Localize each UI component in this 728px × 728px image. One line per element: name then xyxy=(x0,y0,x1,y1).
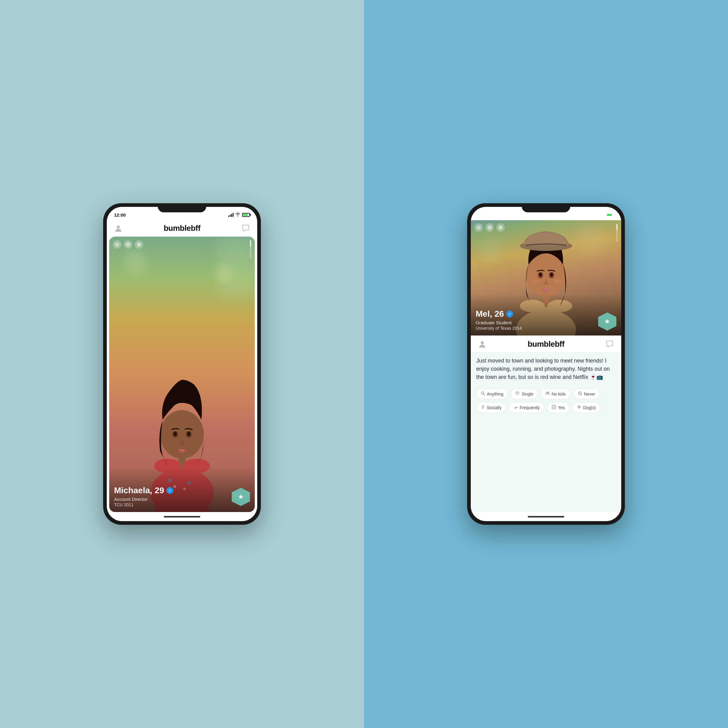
svg-point-30 xyxy=(531,278,539,284)
signal-bar-1 xyxy=(228,216,229,217)
signal-bars-left xyxy=(228,213,234,217)
scroll-thumb-right xyxy=(616,224,618,230)
svg-line-40 xyxy=(483,394,485,395)
detail-profile-job: Graduate Student xyxy=(476,320,616,325)
notch-right xyxy=(522,203,570,213)
profile-job-left: Account Director xyxy=(114,497,250,502)
lastfm-icon: fm xyxy=(113,240,121,249)
profile-photo-section-right: fm xyxy=(471,220,621,335)
star-button-right[interactable]: ★ xyxy=(598,312,616,330)
svg-line-44 xyxy=(579,392,581,395)
profile-edu-left: TCU 2011 xyxy=(114,502,250,507)
tag-label: Dog(s) xyxy=(583,405,596,410)
home-indicator-right xyxy=(528,516,564,517)
phone-inner-left: 12:00 xyxy=(107,207,257,521)
signal-bar-2 xyxy=(229,215,231,217)
profile-detail-right: fm xyxy=(471,220,621,512)
svg-point-48 xyxy=(578,406,580,408)
detail-verified-badge: ✓ xyxy=(506,310,513,317)
instagram-icon xyxy=(124,240,132,249)
signal-bars-right xyxy=(592,213,598,217)
tag-icon xyxy=(481,391,485,396)
hexagon-star-left: ★ xyxy=(232,488,250,506)
svg-point-31 xyxy=(554,278,561,284)
left-background: 12:00 xyxy=(0,0,364,728)
phone-right: 12:00 xyxy=(467,203,625,525)
tag-label: Never xyxy=(584,392,595,396)
battery-left xyxy=(242,213,250,217)
tag-label: Frequently xyxy=(520,405,540,410)
tag-icon xyxy=(578,391,582,396)
verified-badge-left: ✓ xyxy=(167,487,173,494)
svg-point-18 xyxy=(129,243,130,244)
detail-instagram-icon xyxy=(485,223,494,232)
star-button-left[interactable]: ★ xyxy=(232,488,250,506)
chat-icon-left[interactable] xyxy=(240,223,251,234)
profile-icon-left[interactable] xyxy=(113,223,124,234)
detail-spotify-icon xyxy=(496,223,505,232)
tag-chip: Dog(s) xyxy=(572,402,600,413)
battery-right: .battery::after{background:#111;} xyxy=(606,213,614,217)
signal-bar-r1 xyxy=(592,216,593,217)
profile-icon-right[interactable] xyxy=(477,338,488,349)
tag-chip: Anything xyxy=(476,388,508,399)
phone-left: 12:00 xyxy=(103,203,261,525)
tag-chip: Never xyxy=(573,388,600,399)
scroll-indicator-left xyxy=(250,240,251,258)
tag-chip: Single xyxy=(511,388,538,399)
signal-bar-r3 xyxy=(595,214,596,217)
bio-text: Just moved to town and looking to meet n… xyxy=(476,357,616,381)
svg-point-35 xyxy=(489,227,491,228)
signal-bar-4 xyxy=(232,213,234,217)
app-header-left: bumblebff xyxy=(107,220,257,237)
profile-card-left[interactable]: fm Michaela, 29 ✓ xyxy=(109,237,255,512)
tag-chip: Yes xyxy=(547,402,569,413)
tag-label: Yes xyxy=(558,405,565,410)
app-logo-right: bumblebff xyxy=(528,340,564,349)
svg-point-28 xyxy=(539,273,542,277)
bio-section: Just moved to town and looking to meet n… xyxy=(471,352,621,386)
svg-point-12 xyxy=(173,432,177,436)
tag-label: Socially xyxy=(487,405,502,410)
tags-section: AnythingSingleNo kidsNeverSociallyFreque… xyxy=(471,386,621,418)
svg-point-17 xyxy=(127,244,129,245)
status-icons-left xyxy=(228,213,250,217)
app-header-right: bumblebff xyxy=(471,335,621,352)
tag-chip: No kids xyxy=(541,388,570,399)
chat-icon-right[interactable] xyxy=(604,338,615,349)
spotify-icon xyxy=(135,240,143,249)
app-logo-left: bumblebff xyxy=(164,223,200,233)
tag-icon xyxy=(514,405,518,410)
detail-profile-name: Mel, 26 ✓ xyxy=(476,309,616,319)
right-background: 12:00 xyxy=(364,0,728,728)
status-icons-right: .battery::after{background:#111;} xyxy=(592,213,614,217)
phone-bottom-bar-right xyxy=(471,512,621,521)
svg-point-38 xyxy=(481,341,484,344)
tag-icon xyxy=(545,391,550,396)
detail-photo-container: fm xyxy=(471,220,621,335)
svg-point-29 xyxy=(550,273,553,277)
status-time-right: 12:00 xyxy=(478,213,489,217)
svg-point-36 xyxy=(491,226,491,227)
tag-chip: Frequently xyxy=(509,402,544,413)
signal-bar-r4 xyxy=(596,213,598,217)
phone-bottom-bar-left xyxy=(107,512,257,521)
signal-bar-r2 xyxy=(593,215,595,217)
phone-inner-right: 12:00 xyxy=(471,207,621,521)
scroll-thumb-left xyxy=(250,240,251,246)
status-time-left: 12:00 xyxy=(114,213,125,217)
tag-icon xyxy=(515,391,520,396)
wifi-icon-right xyxy=(600,213,604,217)
svg-text:fm: fm xyxy=(116,243,119,246)
svg-point-13 xyxy=(187,432,191,436)
photo-social-icons-left: fm xyxy=(113,240,143,249)
signal-bar-3 xyxy=(231,214,232,217)
tag-label: Anything xyxy=(487,392,503,396)
home-indicator-left xyxy=(164,516,200,517)
hexagon-star-right: ★ xyxy=(598,312,616,330)
detail-photo-social-icons: fm xyxy=(474,223,505,232)
tag-chip: Socially xyxy=(476,402,506,413)
notch-left xyxy=(158,203,206,213)
detail-profile-edu: University of Texas 2014 xyxy=(476,326,616,330)
scroll-indicator-right xyxy=(616,224,618,242)
